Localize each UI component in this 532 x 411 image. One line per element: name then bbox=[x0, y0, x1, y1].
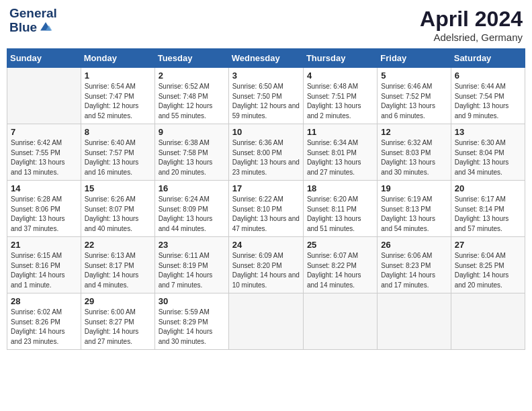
day-number: 4 bbox=[307, 71, 373, 81]
column-header-wednesday: Wednesday bbox=[228, 49, 303, 68]
day-cell: 22Sunrise: 6:13 AM Sunset: 8:17 PM Dayli… bbox=[81, 237, 154, 293]
day-info: Sunrise: 6:13 AM Sunset: 8:17 PM Dayligh… bbox=[85, 251, 151, 290]
day-cell: 25Sunrise: 6:07 AM Sunset: 8:22 PM Dayli… bbox=[303, 237, 377, 293]
day-cell: 18Sunrise: 6:20 AM Sunset: 8:11 PM Dayli… bbox=[303, 181, 377, 237]
day-number: 5 bbox=[381, 71, 447, 81]
week-row-4: 21Sunrise: 6:15 AM Sunset: 8:16 PM Dayli… bbox=[7, 237, 525, 293]
logo: General Blue bbox=[9, 7, 57, 34]
day-number: 17 bbox=[232, 183, 300, 193]
day-cell: 17Sunrise: 6:22 AM Sunset: 8:10 PM Dayli… bbox=[228, 181, 303, 237]
day-cell bbox=[303, 293, 377, 350]
day-info: Sunrise: 6:28 AM Sunset: 8:06 PM Dayligh… bbox=[11, 195, 77, 234]
calendar-header: SundayMondayTuesdayWednesdayThursdayFrid… bbox=[7, 49, 525, 68]
day-info: Sunrise: 6:30 AM Sunset: 8:04 PM Dayligh… bbox=[455, 138, 521, 177]
day-cell: 3Sunrise: 6:50 AM Sunset: 7:50 PM Daylig… bbox=[228, 68, 303, 124]
column-header-friday: Friday bbox=[378, 49, 451, 68]
column-header-monday: Monday bbox=[81, 49, 154, 68]
day-cell bbox=[228, 293, 303, 350]
day-info: Sunrise: 6:04 AM Sunset: 8:25 PM Dayligh… bbox=[455, 251, 521, 290]
week-row-3: 14Sunrise: 6:28 AM Sunset: 8:06 PM Dayli… bbox=[7, 181, 525, 237]
day-number: 22 bbox=[85, 240, 151, 250]
day-cell bbox=[7, 68, 81, 124]
day-info: Sunrise: 6:54 AM Sunset: 7:47 PM Dayligh… bbox=[85, 82, 151, 121]
calendar-table: SundayMondayTuesdayWednesdayThursdayFrid… bbox=[7, 48, 525, 350]
day-info: Sunrise: 6:06 AM Sunset: 8:23 PM Dayligh… bbox=[381, 251, 447, 290]
day-number: 9 bbox=[159, 127, 225, 137]
day-info: Sunrise: 6:00 AM Sunset: 8:27 PM Dayligh… bbox=[85, 308, 151, 347]
day-cell: 30Sunrise: 5:59 AM Sunset: 8:29 PM Dayli… bbox=[154, 293, 228, 350]
title-block: April 2024 Adelsried, Germany bbox=[420, 7, 523, 43]
day-cell: 27Sunrise: 6:04 AM Sunset: 8:25 PM Dayli… bbox=[451, 237, 525, 293]
day-cell: 11Sunrise: 6:34 AM Sunset: 8:01 PM Dayli… bbox=[303, 124, 377, 181]
column-header-tuesday: Tuesday bbox=[154, 49, 228, 68]
day-number: 13 bbox=[455, 127, 521, 137]
day-number: 12 bbox=[381, 127, 447, 137]
day-cell: 5Sunrise: 6:46 AM Sunset: 7:52 PM Daylig… bbox=[378, 68, 451, 124]
day-info: Sunrise: 6:42 AM Sunset: 7:55 PM Dayligh… bbox=[11, 138, 77, 177]
day-info: Sunrise: 6:19 AM Sunset: 8:13 PM Dayligh… bbox=[381, 195, 447, 234]
day-cell: 20Sunrise: 6:17 AM Sunset: 8:14 PM Dayli… bbox=[451, 181, 525, 237]
day-number: 11 bbox=[307, 127, 373, 137]
header-row: SundayMondayTuesdayWednesdayThursdayFrid… bbox=[7, 49, 525, 68]
calendar-title: April 2024 bbox=[420, 7, 523, 32]
day-cell: 1Sunrise: 6:54 AM Sunset: 7:47 PM Daylig… bbox=[81, 68, 154, 124]
week-row-5: 28Sunrise: 6:02 AM Sunset: 8:26 PM Dayli… bbox=[7, 293, 525, 350]
logo-line2: Blue bbox=[9, 19, 53, 34]
day-number: 25 bbox=[307, 240, 373, 250]
day-info: Sunrise: 6:46 AM Sunset: 7:52 PM Dayligh… bbox=[381, 82, 447, 121]
day-number: 23 bbox=[159, 240, 225, 250]
day-number: 21 bbox=[11, 240, 77, 250]
day-info: Sunrise: 6:32 AM Sunset: 8:03 PM Dayligh… bbox=[381, 138, 447, 177]
logo-icon bbox=[38, 19, 53, 34]
day-info: Sunrise: 6:11 AM Sunset: 8:19 PM Dayligh… bbox=[159, 251, 225, 290]
day-number: 28 bbox=[11, 296, 77, 306]
day-cell: 24Sunrise: 6:09 AM Sunset: 8:20 PM Dayli… bbox=[228, 237, 303, 293]
week-row-1: 1Sunrise: 6:54 AM Sunset: 7:47 PM Daylig… bbox=[7, 68, 525, 124]
day-number: 1 bbox=[85, 71, 151, 81]
day-number: 19 bbox=[381, 183, 447, 193]
day-cell: 12Sunrise: 6:32 AM Sunset: 8:03 PM Dayli… bbox=[378, 124, 451, 181]
day-cell: 7Sunrise: 6:42 AM Sunset: 7:55 PM Daylig… bbox=[7, 124, 81, 181]
logo-line1: General bbox=[9, 7, 57, 19]
column-header-saturday: Saturday bbox=[451, 49, 525, 68]
day-number: 29 bbox=[85, 296, 151, 306]
day-number: 6 bbox=[455, 71, 521, 81]
day-number: 20 bbox=[455, 183, 521, 193]
day-info: Sunrise: 6:26 AM Sunset: 8:07 PM Dayligh… bbox=[85, 195, 151, 234]
day-info: Sunrise: 6:38 AM Sunset: 7:58 PM Dayligh… bbox=[159, 138, 225, 177]
day-info: Sunrise: 6:44 AM Sunset: 7:54 PM Dayligh… bbox=[455, 82, 521, 121]
day-number: 7 bbox=[11, 127, 77, 137]
day-number: 18 bbox=[307, 183, 373, 193]
day-info: Sunrise: 6:07 AM Sunset: 8:22 PM Dayligh… bbox=[307, 251, 373, 290]
day-cell: 28Sunrise: 6:02 AM Sunset: 8:26 PM Dayli… bbox=[7, 293, 81, 350]
day-cell bbox=[378, 293, 451, 350]
column-header-sunday: Sunday bbox=[7, 49, 81, 68]
day-info: Sunrise: 6:09 AM Sunset: 8:20 PM Dayligh… bbox=[232, 251, 300, 290]
column-header-thursday: Thursday bbox=[303, 49, 377, 68]
day-info: Sunrise: 6:52 AM Sunset: 7:48 PM Dayligh… bbox=[159, 82, 225, 121]
day-cell: 8Sunrise: 6:40 AM Sunset: 7:57 PM Daylig… bbox=[81, 124, 154, 181]
day-number: 16 bbox=[159, 183, 225, 193]
day-number: 8 bbox=[85, 127, 151, 137]
day-info: Sunrise: 6:02 AM Sunset: 8:26 PM Dayligh… bbox=[11, 308, 77, 347]
day-info: Sunrise: 6:36 AM Sunset: 8:00 PM Dayligh… bbox=[232, 138, 300, 177]
day-cell: 6Sunrise: 6:44 AM Sunset: 7:54 PM Daylig… bbox=[451, 68, 525, 124]
day-number: 3 bbox=[232, 71, 300, 81]
day-cell: 15Sunrise: 6:26 AM Sunset: 8:07 PM Dayli… bbox=[81, 181, 154, 237]
day-cell: 13Sunrise: 6:30 AM Sunset: 8:04 PM Dayli… bbox=[451, 124, 525, 181]
day-cell: 2Sunrise: 6:52 AM Sunset: 7:48 PM Daylig… bbox=[154, 68, 228, 124]
day-info: Sunrise: 6:40 AM Sunset: 7:57 PM Dayligh… bbox=[85, 138, 151, 177]
day-info: Sunrise: 5:59 AM Sunset: 8:29 PM Dayligh… bbox=[159, 308, 225, 347]
day-number: 26 bbox=[381, 240, 447, 250]
day-info: Sunrise: 6:24 AM Sunset: 8:09 PM Dayligh… bbox=[159, 195, 225, 234]
day-number: 27 bbox=[455, 240, 521, 250]
calendar-body: 1Sunrise: 6:54 AM Sunset: 7:47 PM Daylig… bbox=[7, 68, 525, 350]
day-info: Sunrise: 6:15 AM Sunset: 8:16 PM Dayligh… bbox=[11, 251, 77, 290]
calendar-subtitle: Adelsried, Germany bbox=[420, 32, 523, 43]
week-row-2: 7Sunrise: 6:42 AM Sunset: 7:55 PM Daylig… bbox=[7, 124, 525, 181]
day-cell: 9Sunrise: 6:38 AM Sunset: 7:58 PM Daylig… bbox=[154, 124, 228, 181]
day-cell: 26Sunrise: 6:06 AM Sunset: 8:23 PM Dayli… bbox=[378, 237, 451, 293]
day-number: 15 bbox=[85, 183, 151, 193]
day-info: Sunrise: 6:34 AM Sunset: 8:01 PM Dayligh… bbox=[307, 138, 373, 177]
day-info: Sunrise: 6:20 AM Sunset: 8:11 PM Dayligh… bbox=[307, 195, 373, 234]
